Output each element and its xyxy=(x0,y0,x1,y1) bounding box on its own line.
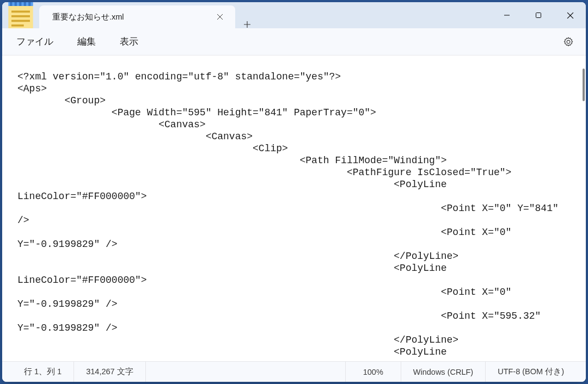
minimize-button[interactable] xyxy=(491,2,523,28)
maximize-button[interactable] xyxy=(523,2,554,28)
svg-rect-7 xyxy=(11,11,30,13)
app-icon xyxy=(2,2,39,28)
svg-rect-11 xyxy=(536,13,541,18)
tab-title: 重要なお知らせ.xml xyxy=(52,12,207,22)
tab-strip: 重要なお知らせ.xml xyxy=(39,2,491,28)
text-editor[interactable]: <?xml version="1.0" encoding="utf-8" sta… xyxy=(2,55,586,361)
svg-rect-4 xyxy=(19,2,21,6)
maximize-icon xyxy=(535,12,542,18)
plus-icon xyxy=(243,21,251,28)
minimize-icon xyxy=(504,12,510,18)
new-tab-button[interactable] xyxy=(235,21,259,28)
svg-rect-3 xyxy=(15,2,17,6)
status-zoom[interactable]: 100% xyxy=(345,362,401,382)
status-char-count[interactable]: 314,267 文字 xyxy=(74,362,145,382)
menu-view[interactable]: 表示 xyxy=(108,31,150,52)
svg-rect-6 xyxy=(28,2,30,6)
gear-icon xyxy=(563,36,574,47)
tab-close-button[interactable] xyxy=(212,9,228,24)
editor-area: <?xml version="1.0" encoding="utf-8" sta… xyxy=(2,55,586,361)
status-line-ending[interactable]: Windows (CRLF) xyxy=(401,362,486,382)
window-close-button[interactable] xyxy=(554,2,586,28)
app-window: 重要なお知らせ.xml ファイル 編集 表示 xyxy=(2,2,586,382)
svg-rect-5 xyxy=(24,2,26,6)
menu-bar: ファイル 編集 表示 xyxy=(2,28,586,55)
title-bar: 重要なお知らせ.xml xyxy=(2,2,586,28)
svg-rect-2 xyxy=(10,2,12,6)
status-encoding[interactable]: UTF-8 (BOM 付き) xyxy=(486,362,586,382)
window-controls xyxy=(491,2,586,28)
close-icon xyxy=(567,12,574,19)
svg-rect-10 xyxy=(11,24,24,27)
tab-active[interactable]: 重要なお知らせ.xml xyxy=(39,5,235,28)
svg-rect-1 xyxy=(8,6,33,30)
scrollbar-thumb[interactable] xyxy=(583,69,585,101)
status-bar: 行 1、列 1 314,267 文字 100% Windows (CRLF) U… xyxy=(2,361,586,382)
close-icon xyxy=(217,14,223,20)
menu-edit[interactable]: 編集 xyxy=(65,31,108,52)
settings-button[interactable] xyxy=(556,32,580,52)
svg-rect-8 xyxy=(11,15,30,17)
svg-rect-9 xyxy=(11,20,30,22)
status-cursor-position[interactable]: 行 1、列 1 xyxy=(2,362,74,382)
menu-file[interactable]: ファイル xyxy=(4,31,65,52)
